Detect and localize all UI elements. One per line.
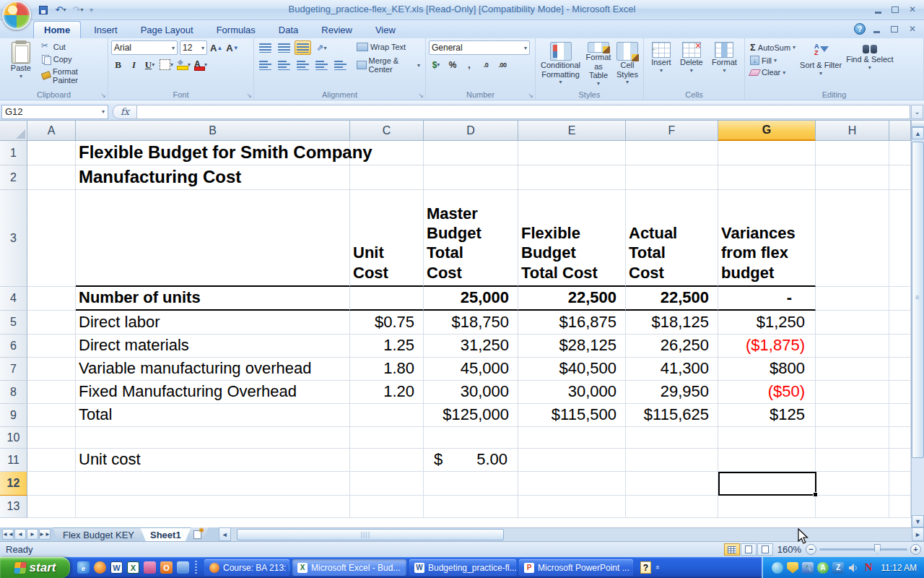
scroll-right-button[interactable]: ► — [912, 527, 924, 541]
cell-g13[interactable] — [718, 496, 816, 518]
cell-f2[interactable] — [626, 165, 718, 190]
cell-c10[interactable] — [350, 427, 424, 449]
cell-e11[interactable] — [518, 449, 626, 472]
cell-h7[interactable] — [816, 358, 889, 381]
cut-button[interactable]: Cut — [39, 42, 105, 52]
cell-c11[interactable] — [350, 449, 424, 472]
cell-b10[interactable] — [76, 427, 350, 449]
cell-h1[interactable] — [816, 141, 889, 165]
task-button-firefox[interactable]: Course: BA 213: Man... — [204, 559, 289, 576]
task-button-word[interactable]: WBudgeting_practice-fl... — [409, 559, 516, 576]
format-painter-button[interactable]: Format Painter — [39, 66, 105, 85]
task-button-powerpoint[interactable]: PMicrosoft PowerPoint ... — [519, 559, 633, 576]
office-button[interactable] — [2, 1, 31, 30]
cell-variable-overhead[interactable]: Variable manufacturing overhead — [76, 358, 350, 381]
cell-h5[interactable] — [816, 311, 889, 335]
row-header-7[interactable]: 7 — [0, 358, 27, 381]
grow-font-button[interactable]: A▲ — [209, 41, 223, 55]
cell-b12[interactable] — [76, 472, 350, 496]
prev-sheet-button[interactable]: ◄ — [14, 529, 26, 540]
start-button[interactable]: start — [0, 557, 70, 578]
cell-h10[interactable] — [816, 427, 889, 449]
increase-indent-button[interactable] — [332, 58, 349, 72]
delete-cells-button[interactable]: Delete▾ — [678, 40, 705, 88]
cell-c12[interactable] — [350, 472, 424, 496]
cell-a13[interactable] — [27, 496, 76, 518]
cell-d2[interactable] — [424, 165, 518, 190]
restore-button[interactable] — [888, 4, 902, 15]
align-right-button[interactable] — [295, 58, 311, 72]
cell-fo-actual[interactable]: 29,950 — [626, 381, 718, 404]
cell-g10[interactable] — [718, 427, 816, 449]
align-center-button[interactable] — [276, 58, 292, 72]
cell-total-label[interactable]: Total — [76, 404, 350, 427]
scrollbar-grip[interactable]: |||| — [361, 531, 370, 538]
font-family-select[interactable]: Arial▾ — [111, 40, 178, 55]
cell-e2[interactable] — [518, 165, 626, 190]
italic-button[interactable]: I — [127, 58, 141, 72]
header-actual-total[interactable]: Actual Total Cost — [626, 190, 718, 287]
active-cell-selection-border[interactable] — [718, 472, 816, 496]
cell-h4[interactable] — [816, 287, 889, 311]
tab-view[interactable]: View — [365, 22, 406, 38]
row-header-10[interactable]: 10 — [0, 427, 27, 449]
row-header-2[interactable]: 2 — [0, 165, 27, 190]
cell-f10[interactable] — [626, 427, 718, 449]
cell-g11[interactable] — [718, 449, 816, 472]
cell-e12[interactable] — [518, 472, 626, 496]
cell-vo-actual[interactable]: 41,300 — [626, 358, 718, 381]
cell-dm-variance-negative[interactable]: ($1,875) — [718, 335, 816, 358]
qat-customize-button[interactable]: ▾ — [90, 6, 93, 14]
cell-vo-flex[interactable]: $40,500 — [518, 358, 626, 381]
cell-a8[interactable] — [27, 381, 76, 404]
outlook-icon[interactable]: O — [160, 561, 173, 574]
cell-e10[interactable] — [518, 427, 626, 449]
clear-button[interactable]: Clear▾ — [748, 67, 798, 77]
paste-button[interactable]: Paste▾ — [3, 40, 39, 88]
cell-f12[interactable] — [626, 472, 718, 496]
cell-c13[interactable] — [350, 496, 424, 518]
cell-a2[interactable] — [27, 165, 76, 190]
align-middle-button[interactable] — [276, 40, 292, 55]
cell-d13[interactable] — [424, 496, 518, 518]
cell-dl-variance[interactable]: $1,250 — [718, 311, 816, 335]
cell-a5[interactable] — [27, 311, 76, 335]
font-size-select[interactable]: 12▾ — [180, 40, 207, 55]
cell-b2[interactable]: Manufacturing Cost — [76, 165, 350, 190]
cell-b13[interactable] — [76, 496, 350, 518]
number-dialog-launcher[interactable]: ↘ — [528, 92, 533, 99]
select-all-corner[interactable] — [0, 121, 27, 141]
row-header-4[interactable]: 4 — [0, 287, 27, 311]
cell-c2[interactable] — [350, 165, 424, 190]
cell-h12[interactable] — [816, 472, 889, 496]
cell-a4[interactable] — [27, 287, 76, 311]
scroll-left-button[interactable]: ◄ — [219, 527, 231, 541]
cell-total-flex[interactable]: $115,500 — [518, 404, 626, 427]
row-header-6[interactable]: 6 — [0, 335, 27, 358]
page-layout-view-button[interactable] — [741, 543, 757, 556]
autosum-button[interactable]: ΣAutoSum▾ — [748, 41, 798, 53]
vertical-scroll-thumb[interactable] — [912, 142, 924, 458]
security-shield-icon[interactable] — [787, 562, 798, 574]
bold-button[interactable]: B — [111, 58, 125, 72]
format-as-table-button[interactable]: Format as Table▾ — [583, 40, 614, 88]
cell-direct-labor[interactable]: Direct labor — [76, 311, 350, 335]
cell-g2[interactable] — [718, 165, 816, 190]
cell-h9[interactable] — [816, 404, 889, 427]
fill-color-button[interactable]: ▾ — [176, 58, 191, 72]
cell-a12[interactable] — [27, 472, 76, 496]
row-header-9[interactable]: 9 — [0, 404, 27, 427]
cell-vo-unit[interactable]: 1.80 — [350, 358, 424, 381]
font-color-button[interactable]: A▾ — [193, 58, 208, 72]
row-header-1[interactable]: 1 — [0, 141, 27, 165]
cell-unit-cost-label[interactable]: Unit cost — [76, 449, 350, 472]
font-dialog-launcher[interactable]: ↘ — [246, 92, 252, 99]
cell-d12[interactable] — [424, 472, 518, 496]
tab-home[interactable]: Home — [33, 21, 81, 38]
orientation-button[interactable]: ⇗▾ — [313, 40, 330, 55]
close-button[interactable]: ✕ — [905, 4, 920, 15]
cell-vo-master[interactable]: 45,000 — [424, 358, 518, 381]
cell-units-master[interactable]: 25,000 — [424, 287, 518, 311]
cell-dm-actual[interactable]: 26,250 — [626, 335, 718, 358]
cell-dm-unit[interactable]: 1.25 — [350, 335, 424, 358]
